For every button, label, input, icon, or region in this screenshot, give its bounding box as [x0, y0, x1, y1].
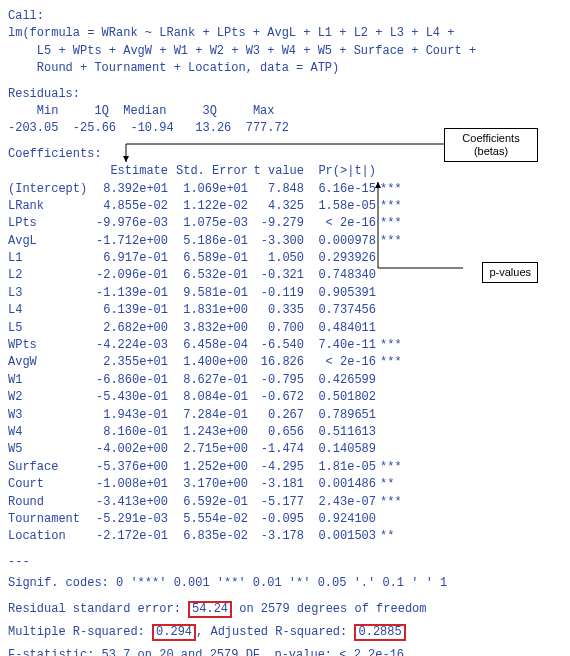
- coef-tvalue: -0.095: [248, 511, 304, 528]
- footer-block: Residual standard error: 54.24 on 2579 d…: [8, 601, 562, 657]
- coefficients-table: Estimate Std. Error t value Pr(>|t|) (In…: [8, 163, 562, 546]
- coef-name: (Intercept): [8, 181, 88, 198]
- coef-estimate: -5.376e+00: [88, 459, 168, 476]
- coef-sig: [376, 302, 412, 319]
- coef-name: Surface: [8, 459, 88, 476]
- coef-pvalue: < 2e-16: [304, 215, 376, 232]
- coef-pvalue: 1.81e-05: [304, 459, 376, 476]
- coef-tvalue: -3.181: [248, 476, 304, 493]
- coef-name: L1: [8, 250, 88, 267]
- coef-name: W3: [8, 407, 88, 424]
- table-row: Surface-5.376e+001.252e+00-4.2951.81e-05…: [8, 459, 562, 476]
- coef-stderror: 8.084e-01: [168, 389, 248, 406]
- col-estimate: Estimate: [88, 163, 168, 180]
- col-pvalue: Pr(>|t|): [304, 163, 376, 180]
- coef-tvalue: 4.325: [248, 198, 304, 215]
- coef-stderror: 6.589e-01: [168, 250, 248, 267]
- coef-tvalue: -0.795: [248, 372, 304, 389]
- coef-pvalue: 0.000978: [304, 233, 376, 250]
- coef-name: Tournament: [8, 511, 88, 528]
- coef-estimate: -4.224e-03: [88, 337, 168, 354]
- coef-pvalue: 0.905391: [304, 285, 376, 302]
- coef-tvalue: -6.540: [248, 337, 304, 354]
- call-formula-3: Round + Tournament + Location, data = AT…: [8, 60, 562, 77]
- table-row: W1-6.860e-018.627e-01-0.7950.426599: [8, 372, 562, 389]
- coef-pvalue: 0.511613: [304, 424, 376, 441]
- highlight-r2: 0.294: [152, 624, 196, 641]
- coef-tvalue: 0.335: [248, 302, 304, 319]
- coef-name: W1: [8, 372, 88, 389]
- coef-stderror: 2.715e+00: [168, 441, 248, 458]
- coef-pvalue: 2.43e-07: [304, 494, 376, 511]
- coef-sig: [376, 407, 412, 424]
- coef-sig: [376, 372, 412, 389]
- coef-pvalue: 0.293926: [304, 250, 376, 267]
- coef-stderror: 1.252e+00: [168, 459, 248, 476]
- table-row: Round-3.413e+006.592e-01-5.1772.43e-07**…: [8, 494, 562, 511]
- coef-tvalue: -4.295: [248, 459, 304, 476]
- coef-pvalue: 0.426599: [304, 372, 376, 389]
- coef-estimate: 4.855e-02: [88, 198, 168, 215]
- coef-pvalue: 6.16e-15: [304, 181, 376, 198]
- table-row: (Intercept)8.392e+011.069e+017.8486.16e-…: [8, 181, 562, 198]
- coef-estimate: -9.976e-03: [88, 215, 168, 232]
- coef-estimate: -4.002e+00: [88, 441, 168, 458]
- table-row: W48.160e-011.243e+000.6560.511613: [8, 424, 562, 441]
- highlight-adj-r2: 0.2885: [354, 624, 405, 641]
- table-row: Tournament-5.291e-035.554e-02-0.0950.924…: [8, 511, 562, 528]
- call-formula-2: L5 + WPts + AvgW + W1 + W2 + W3 + W4 + W…: [8, 43, 562, 60]
- table-row: L52.682e+003.832e+000.7000.484011: [8, 320, 562, 337]
- residuals-headers: Min 1Q Median 3Q Max: [8, 103, 562, 120]
- coef-sig: ***: [376, 459, 412, 476]
- coef-stderror: 6.458e-04: [168, 337, 248, 354]
- coef-sig: ***: [376, 354, 412, 371]
- coef-sig: ***: [376, 198, 412, 215]
- coef-name: L4: [8, 302, 88, 319]
- coef-stderror: 1.069e+01: [168, 181, 248, 198]
- coef-sig: ***: [376, 233, 412, 250]
- coef-sig: ***: [376, 181, 412, 198]
- coef-stderror: 1.400e+00: [168, 354, 248, 371]
- table-row: W5-4.002e+002.715e+00-1.4740.140589: [8, 441, 562, 458]
- coef-pvalue: 0.001486: [304, 476, 376, 493]
- coef-pvalue: 0.140589: [304, 441, 376, 458]
- coef-tvalue: 7.848: [248, 181, 304, 198]
- coef-estimate: -5.430e-01: [88, 389, 168, 406]
- table-row: W2-5.430e-018.084e-01-0.6720.501802: [8, 389, 562, 406]
- coef-tvalue: 1.050: [248, 250, 304, 267]
- coef-stderror: 1.831e+00: [168, 302, 248, 319]
- coef-stderror: 1.075e-03: [168, 215, 248, 232]
- coef-sig: [376, 424, 412, 441]
- coef-stderror: 3.170e+00: [168, 476, 248, 493]
- coef-sig: [376, 320, 412, 337]
- coef-name: Round: [8, 494, 88, 511]
- table-row: L2-2.096e-016.532e-01-0.3210.748340: [8, 267, 562, 284]
- coef-name: AvgW: [8, 354, 88, 371]
- residuals-title: Residuals:: [8, 86, 562, 103]
- coef-tvalue: 0.656: [248, 424, 304, 441]
- coef-tvalue: -5.177: [248, 494, 304, 511]
- coef-name: Court: [8, 476, 88, 493]
- col-tvalue: t value: [248, 163, 304, 180]
- coef-name: W2: [8, 389, 88, 406]
- coef-stderror: 6.592e-01: [168, 494, 248, 511]
- coef-sig: [376, 389, 412, 406]
- coef-sig: **: [376, 528, 412, 545]
- coef-name: W4: [8, 424, 88, 441]
- annotation-pvalues: p-values: [482, 262, 538, 283]
- table-row: LPts-9.976e-031.075e-03-9.279< 2e-16***: [8, 215, 562, 232]
- coef-stderror: 8.627e-01: [168, 372, 248, 389]
- separator-dashes: ---: [8, 554, 562, 571]
- coef-pvalue: 0.789651: [304, 407, 376, 424]
- highlight-rse: 54.24: [188, 601, 232, 618]
- coef-pvalue: < 2e-16: [304, 354, 376, 371]
- coef-name: LPts: [8, 215, 88, 232]
- coef-tvalue: -3.178: [248, 528, 304, 545]
- residual-std-error-line: Residual standard error: 54.24 on 2579 d…: [8, 601, 562, 618]
- col-stderror: Std. Error: [168, 163, 248, 180]
- coef-stderror: 6.835e-02: [168, 528, 248, 545]
- coef-pvalue: 0.001503: [304, 528, 376, 545]
- coef-sig: [376, 441, 412, 458]
- coef-tvalue: -3.300: [248, 233, 304, 250]
- coef-stderror: 3.832e+00: [168, 320, 248, 337]
